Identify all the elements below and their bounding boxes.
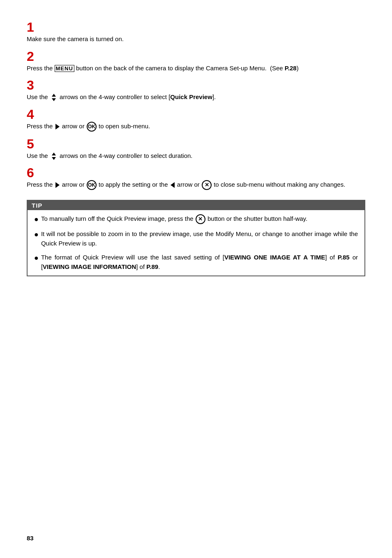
step-6-text: Press the arrow or OK to apply the setti… [27,180,365,190]
step-2-number: 2 [27,50,365,63]
tip-content: ● To manually turn off the Quick Preview… [28,210,364,276]
step-3-number: 3 [27,79,365,92]
step-2-ref: P.28 [285,65,297,72]
step-1: 1 Make sure the camera is turned on. [27,21,365,44]
page-content: 1 Make sure the camera is turned on. 2 P… [0,0,392,309]
bullet-3: ● [34,253,39,263]
step-1-text: Make sure the camera is turned on. [27,35,365,44]
bullet-2: ● [34,229,39,240]
step-2-text: Press the MENU button on the back of the… [27,64,365,73]
right-arrow-icon-2 [55,182,60,188]
step-3-text: Use the arrows on the 4-way controller t… [27,93,365,102]
tip-item-1: ● To manually turn off the Quick Preview… [34,214,358,225]
p85-ref: P.85 [338,254,350,261]
quick-preview-label: Quick Preview [170,93,212,100]
step-5-text: Use the arrows on the 4-way controller t… [27,151,365,161]
step-3: 3 Use the arrows on the 4-way controller… [27,79,365,102]
tip-item-2: ● It will not be possible to zoom in to … [34,229,358,248]
step-2: 2 Press the MENU button on the back of t… [27,50,365,73]
bullet-1: ● [34,214,39,225]
tip-item-1-text: To manually turn off the Quick Preview i… [41,214,307,224]
step-4-text: Press the arrow or OK to open sub-menu. [27,122,365,132]
page-number: 83 [27,535,34,542]
step-5-number: 5 [27,137,365,150]
left-arrow-icon [171,182,175,188]
x-button-icon: ✕ [202,180,212,190]
step-1-number: 1 [27,21,365,34]
step-6-number: 6 [27,166,365,179]
viewing-info-label: VIEWING IMAGE INFORMATION [43,263,136,270]
step-4: 4 Press the arrow or OK to open sub-menu… [27,108,365,132]
tip-box: TIP ● To manually turn off the Quick Pre… [27,200,365,276]
ok-button-icon: OK [87,122,97,132]
tip-item-2-text: It will not be possible to zoom in to th… [41,229,358,248]
step-4-number: 4 [27,108,365,121]
step-6: 6 Press the arrow or OK to apply the set… [27,166,365,190]
step-1-content: Make sure the camera is turned on. [27,35,124,42]
tip-item-3: ● The format of Quick Preview will use t… [34,253,358,271]
updown-arrow-icon [51,94,57,101]
ok-button-icon-2: OK [87,180,97,190]
p89-ref: P.89 [146,263,158,270]
right-arrow-icon [55,124,60,130]
tip-header: TIP [28,201,364,210]
updown-arrow-icon-2 [51,153,57,160]
tip-item-3-text: The format of Quick Preview will use the… [41,253,358,271]
x-button-icon-tip: ✕ [196,214,205,224]
viewing-one-label: VIEWING ONE IMAGE AT A TIME [224,254,325,261]
step-5: 5 Use the arrows on the 4-way controller… [27,137,365,161]
menu-button-label: MENU [55,65,74,72]
